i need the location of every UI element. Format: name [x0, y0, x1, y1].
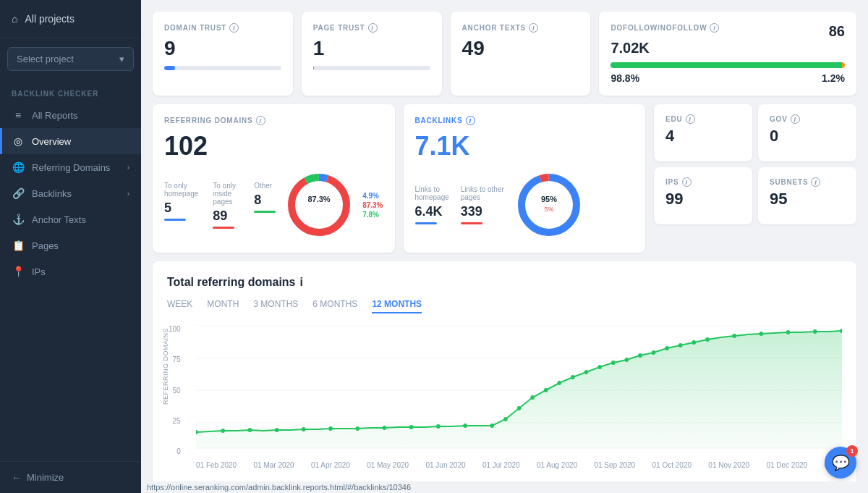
- all-projects-header[interactable]: ⌂ All projects: [0, 0, 141, 38]
- page-trust-info-icon[interactable]: i: [368, 23, 378, 33]
- anchor-icon: ⚓: [12, 214, 25, 225]
- donut-labels: 4.9% 87.3% 7.8%: [362, 192, 383, 219]
- domain-trust-progress-bg: [164, 66, 281, 70]
- dofollow-bar-green: [610, 62, 842, 68]
- referring-domains-info-icon[interactable]: i: [256, 116, 265, 125]
- ref-sub-other: Other 8: [254, 182, 276, 213]
- page-trust-progress-fill: [313, 66, 315, 70]
- sidebar-item-backlinks[interactable]: 🔗 Backlinks ›: [0, 180, 141, 206]
- ref-sub-inside-val: 89: [213, 208, 239, 224]
- chevron-right-icon: ›: [127, 190, 129, 198]
- minimize-button[interactable]: ← Minimize: [0, 461, 141, 493]
- edu-info-icon[interactable]: i: [686, 114, 695, 124]
- anchor-texts-label: ANCHOR TEXTS i: [462, 23, 579, 33]
- chevron-down-icon: ▾: [119, 54, 124, 64]
- svg-point-20: [328, 426, 333, 431]
- dofollow-percentages: 98.8% 1.2%: [610, 72, 845, 84]
- edu-label: EDU i: [665, 114, 741, 124]
- sidebar-item-ips[interactable]: 📍 IPs: [0, 258, 141, 285]
- sidebar-item-pages[interactable]: 📋 Pages: [0, 232, 141, 258]
- backlinks-info-icon[interactable]: i: [466, 116, 475, 125]
- sidebar-item-label: Referring Domains: [32, 162, 110, 173]
- gov-value: 0: [770, 128, 845, 144]
- ips-info-icon[interactable]: i: [682, 177, 692, 187]
- ref-sub-homepage-val: 5: [164, 201, 198, 216]
- sidebar-item-label: IPs: [32, 266, 46, 277]
- page-icon: 📋: [12, 240, 25, 251]
- chart-info-icon[interactable]: i: [300, 276, 303, 289]
- svg-text:95%: 95%: [541, 195, 557, 203]
- svg-point-39: [665, 346, 669, 350]
- dofollow-info-icon[interactable]: i: [710, 23, 719, 33]
- svg-point-24: [436, 424, 441, 429]
- bl-sub-other: Links to otherpages 339: [461, 185, 504, 224]
- edu-card: EDU i 4: [654, 104, 752, 161]
- referring-donut-chart: 87.3%: [283, 169, 355, 241]
- ref-bar-green: [254, 211, 276, 213]
- ips-value: 99: [665, 191, 741, 207]
- chat-button[interactable]: 💬 1: [825, 447, 856, 479]
- sidebar-item-overview[interactable]: ◎ Overview: [0, 128, 141, 154]
- link-icon: 🔗: [12, 187, 25, 199]
- svg-point-19: [302, 427, 306, 431]
- ref-bar-blue: [164, 219, 186, 221]
- bl-sub-row: Links tohomepage 6.4K Links to otherpage…: [415, 185, 504, 224]
- referring-domains-value: 102: [164, 131, 383, 161]
- svg-point-26: [490, 424, 495, 428]
- svg-point-38: [652, 350, 656, 355]
- bl-sub-homepage-label: Links tohomepage: [415, 185, 449, 201]
- tab-week[interactable]: WEEK: [167, 299, 192, 313]
- minimize-label: Minimize: [27, 472, 64, 483]
- sidebar-item-referring-domains[interactable]: 🌐 Referring Domains ›: [0, 154, 141, 180]
- tab-month[interactable]: MONTH: [207, 299, 239, 313]
- backlinks-donut-chart: 95% 5%: [513, 169, 585, 241]
- sidebar-item-label: Overview: [32, 136, 71, 147]
- ref-sub-other-label: Other: [254, 182, 276, 190]
- domain-trust-info-icon[interactable]: i: [229, 23, 239, 33]
- url-bar: https://online.seranking.com/admin.backl…: [141, 481, 868, 493]
- bl-sub-homepage: Links tohomepage 6.4K: [415, 185, 449, 224]
- svg-point-42: [705, 337, 710, 342]
- svg-text:87.3%: 87.3%: [308, 195, 331, 203]
- tab-6months[interactable]: 6 MONTHS: [312, 299, 357, 313]
- edu-value: 4: [665, 128, 741, 144]
- x-label-1: 01 Mar 2020: [254, 461, 294, 469]
- sidebar-item-all-reports[interactable]: ≡ All Reports: [0, 102, 141, 128]
- section-label: BACKLINK CHECKER: [0, 80, 141, 102]
- svg-point-30: [544, 388, 548, 392]
- home-icon: ⌂: [12, 13, 17, 25]
- stats-row-1: DOMAIN TRUST i 9 PAGE TRUST i 1 ANCHOR T…: [153, 12, 856, 96]
- subnets-info-icon[interactable]: i: [811, 177, 820, 187]
- x-label-10: 01 Dec 2020: [766, 461, 807, 469]
- y-label-75: 75: [173, 355, 181, 363]
- all-projects-label: All projects: [25, 13, 74, 25]
- backlinks-label: BACKLINKS i: [415, 116, 634, 125]
- project-select-label: Select project: [17, 54, 74, 64]
- svg-point-25: [463, 424, 467, 428]
- svg-point-23: [409, 425, 414, 429]
- domain-trust-progress-fill: [164, 66, 175, 70]
- svg-point-2: [292, 177, 346, 232]
- tab-12months[interactable]: 12 MONTHS: [372, 299, 422, 313]
- svg-point-36: [625, 358, 629, 362]
- tab-3months[interactable]: 3 MONTHS: [253, 299, 298, 313]
- dofollow-label: DOFOLLOW/NOFOLLOW i: [610, 23, 719, 33]
- svg-point-32: [571, 375, 575, 379]
- dofollow-right-value: 86: [829, 23, 845, 40]
- chart-container: REFERRING DOMAINS 100 75 50 25 0: [196, 325, 842, 477]
- chart-title: Total referring domains i: [167, 276, 842, 289]
- x-label-6: 01 Aug 2020: [537, 461, 577, 469]
- svg-point-6: [522, 177, 576, 232]
- globe-icon: 🌐: [12, 161, 25, 173]
- gov-info-icon[interactable]: i: [791, 114, 800, 124]
- x-label-8: 01 Oct 2020: [652, 461, 692, 469]
- chat-badge: 1: [846, 445, 858, 457]
- stats-row-2: REFERRING DOMAINS i 102 To onlyhomepage …: [153, 104, 856, 253]
- bl-sub-other-val: 339: [461, 204, 504, 219]
- sidebar-item-anchor-texts[interactable]: ⚓ Anchor Texts: [0, 206, 141, 232]
- x-axis: 01 Feb 2020 01 Mar 2020 01 Apr 2020 01 M…: [196, 461, 842, 469]
- referring-domains-label: REFERRING DOMAINS i: [164, 116, 383, 125]
- anchor-texts-info-icon[interactable]: i: [529, 23, 538, 33]
- project-select[interactable]: Select project ▾: [7, 47, 134, 71]
- svg-point-33: [584, 370, 589, 374]
